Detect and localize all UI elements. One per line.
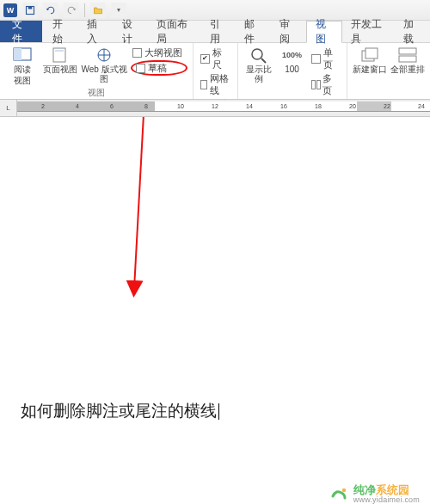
ruler-tick [292, 101, 310, 112]
ruler-tick: 18 [310, 101, 327, 112]
tab-view[interactable]: 视图 [306, 21, 343, 43]
ruler-tick: 20 [344, 101, 361, 112]
document-body-text[interactable]: 如何删除脚注或尾注的横线 [21, 400, 219, 422]
gridlines-toggle[interactable]: 网格线 [199, 72, 232, 96]
page-view-icon [50, 46, 71, 64]
document-workspace[interactable]: 如何删除脚注或尾注的横线 纯净系统园 www.yidaimei.com [0, 117, 430, 504]
multi-page-label: 多页 [322, 72, 340, 96]
multi-page-button[interactable]: 多页 [310, 72, 341, 96]
group-views-label: 视图 [88, 87, 105, 100]
zoom-label: 显示比例 [243, 65, 274, 83]
views-small-column: 大纲视图 草稿 [131, 45, 187, 76]
ruler-tick [327, 101, 344, 112]
ruler-tick [17, 101, 34, 112]
tab-references[interactable]: 引用 [201, 21, 236, 42]
page-view-button[interactable]: 页面视图 [43, 45, 77, 74]
reading-view-icon [12, 46, 33, 64]
ruler-checkbox [200, 54, 210, 64]
group-zoom: 显示比例 100% 100 单页 多页 页宽 [238, 43, 347, 99]
ribbon-tabs: 文件 开始 插入 设计 页面布局 引用 邮件 审阅 视图 开发工具 加载 [0, 21, 430, 43]
arrange-all-label: 全部重排 [390, 65, 425, 74]
ruler-tick: 14 [241, 101, 258, 112]
tab-design[interactable]: 设计 [114, 21, 149, 42]
ruler-tick [120, 101, 138, 112]
svg-rect-1 [28, 6, 33, 9]
redo-icon [66, 5, 77, 15]
svg-rect-11 [399, 48, 416, 54]
svg-point-14 [342, 489, 346, 492]
zoom-icon [249, 46, 269, 64]
arrange-all-button[interactable]: 全部重排 [390, 45, 425, 74]
tab-home[interactable]: 开始 [44, 21, 79, 42]
qat-undo-button[interactable] [43, 3, 58, 18]
draft-label: 草稿 [148, 62, 167, 74]
one-page-button[interactable]: 单页 [310, 46, 341, 71]
svg-rect-3 [14, 48, 22, 60]
group-views: 阅读 视图 页面视图 Web 版式视图 大纲视图 [0, 43, 194, 99]
reading-view-button[interactable]: 阅读 视图 [5, 45, 40, 87]
svg-point-7 [252, 49, 262, 59]
web-layout-icon [94, 46, 114, 64]
ruler-tick: 12 [206, 101, 224, 112]
svg-line-13 [134, 117, 145, 289]
svg-rect-10 [366, 48, 378, 58]
reading-view-label-2: 视图 [14, 75, 31, 87]
qat-separator [84, 3, 85, 17]
watermark-url: www.yidaimei.com [353, 496, 420, 504]
tab-insert[interactable]: 插入 [78, 21, 114, 42]
hundred-percent-button[interactable]: 100% 100 [278, 45, 306, 74]
ruler-tick: 8 [138, 101, 155, 112]
tab-mailings[interactable]: 邮件 [236, 21, 271, 42]
watermark-title: 纯净系统园 [353, 484, 420, 496]
arrange-all-icon [397, 46, 418, 64]
tab-file[interactable]: 文件 [0, 21, 42, 42]
qat-customize-dropdown[interactable]: ▾ [111, 3, 126, 18]
ruler-tick: 24 [413, 101, 430, 112]
ruler-toggle[interactable]: 标尺 [199, 46, 232, 71]
zoom-button[interactable]: 显示比例 [243, 45, 274, 83]
group-show: 标尺 网格线 导航窗格 显示 [194, 43, 238, 99]
watermark: 纯净系统园 www.yidaimei.com [329, 484, 420, 504]
ruler-corner: L [0, 100, 17, 116]
tab-addins[interactable]: 加载 [395, 21, 430, 42]
web-layout-button[interactable]: Web 版式视图 [81, 45, 127, 83]
ruler-tick [361, 101, 378, 112]
outline-checkbox [132, 48, 142, 58]
outline-label: 大纲视图 [144, 46, 182, 58]
qat-save-button[interactable] [22, 3, 38, 18]
hundred-percent-label: 100 [285, 65, 299, 74]
annotation-arrow [0, 117, 430, 409]
svg-rect-12 [399, 56, 416, 62]
hundred-percent-icon: 100% [282, 46, 303, 64]
undo-icon [46, 5, 56, 15]
ribbon-view: 阅读 视图 页面视图 Web 版式视图 大纲视图 [0, 43, 430, 100]
ruler-tick: 16 [275, 101, 292, 112]
tab-page-layout[interactable]: 页面布局 [148, 21, 200, 42]
ruler-tick: 2 [34, 101, 52, 112]
ruler-tick: 10 [172, 101, 189, 112]
reading-view-label-1: 阅读 [14, 65, 31, 74]
ruler-tick [224, 101, 241, 112]
ruler-label: 标尺 [212, 46, 230, 71]
qat-redo-button[interactable] [64, 3, 79, 18]
ruler-tick: 4 [69, 101, 86, 112]
gridlines-label: 网格线 [210, 72, 230, 96]
svg-line-8 [261, 58, 266, 63]
svg-rect-5 [55, 50, 64, 52]
outline-view-toggle[interactable]: 大纲视图 [131, 46, 187, 58]
one-page-label: 单页 [323, 46, 340, 71]
qat-open-button[interactable] [90, 3, 106, 18]
folder-icon [93, 5, 103, 15]
watermark-icon [329, 484, 348, 503]
tab-review[interactable]: 审阅 [271, 21, 306, 42]
new-window-icon [359, 46, 380, 64]
body-text-content: 如何删除脚注或尾注的横线 [21, 402, 217, 420]
draft-checkbox [136, 64, 145, 73]
tab-developer[interactable]: 开发工具 [342, 21, 395, 42]
horizontal-ruler[interactable]: L 24681012141618202224262830323436384042 [0, 100, 430, 117]
ruler-tick [396, 101, 413, 112]
draft-view-toggle[interactable]: 草稿 [131, 60, 187, 76]
new-window-button[interactable]: 新建窗口 [353, 45, 387, 74]
ruler-tick [189, 101, 206, 112]
web-layout-label: Web 版式视图 [81, 65, 127, 83]
